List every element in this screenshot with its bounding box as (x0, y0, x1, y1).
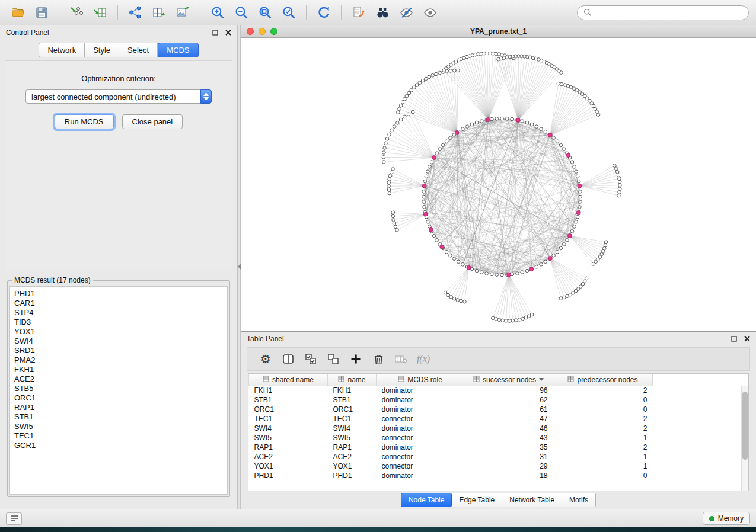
import-table-button[interactable] (90, 3, 111, 22)
table-cell[interactable]: ACE2 (328, 452, 377, 462)
tab-network-table[interactable]: Network Table (502, 493, 562, 507)
table-cell[interactable]: SWI4 (249, 424, 328, 433)
function-builder-button[interactable]: f(x) (412, 350, 435, 368)
mcds-result-item[interactable]: TEC1 (14, 431, 223, 441)
export-table-button[interactable] (148, 3, 170, 22)
table-cell[interactable]: 0 (553, 395, 653, 405)
table-cell[interactable]: RAP1 (328, 443, 377, 452)
table-row[interactable]: PHD1PHD1dominator180 (249, 471, 741, 480)
table-cell[interactable]: 43 (464, 433, 553, 443)
tab-network[interactable]: Network (39, 43, 85, 57)
mcds-result-item[interactable]: SRD1 (14, 346, 223, 355)
table-cell[interactable]: PHD1 (328, 471, 377, 480)
delete-column-button[interactable] (367, 350, 390, 368)
table-cell[interactable]: PHD1 (249, 471, 328, 480)
optimization-criterion-select[interactable]: largest connected component (undirected) (25, 89, 212, 104)
mcds-result-item[interactable]: STB5 (14, 384, 223, 393)
table-cell[interactable]: 96 (464, 386, 553, 395)
hide-details-button[interactable] (395, 3, 417, 22)
table-cell[interactable]: SWI5 (328, 433, 377, 443)
mcds-result-item[interactable]: ACE2 (14, 374, 223, 384)
table-cell[interactable]: 1 (553, 452, 653, 462)
zoom-out-button[interactable] (231, 3, 252, 22)
tab-edge-table[interactable]: Edge Table (452, 493, 502, 507)
table-cell[interactable]: RAP1 (249, 443, 328, 452)
export-image-button[interactable] (172, 3, 193, 22)
tab-mcds[interactable]: MCDS (158, 43, 198, 57)
table-cell[interactable]: STB1 (328, 395, 377, 405)
table-vertical-scrollbar[interactable] (741, 386, 748, 491)
table-cell[interactable]: 62 (464, 395, 553, 405)
task-history-button[interactable] (6, 512, 22, 525)
table-cell[interactable]: FKH1 (328, 386, 377, 395)
table-cell[interactable]: ACE2 (249, 452, 328, 462)
table-cell[interactable]: dominator (377, 424, 464, 433)
column-header-successor-nodes[interactable]: successor nodes (464, 374, 553, 386)
table-cell[interactable]: 2 (553, 386, 653, 395)
table-cell[interactable]: dominator (377, 386, 464, 395)
refresh-button[interactable] (313, 3, 334, 22)
table-cell[interactable]: connector (377, 433, 464, 443)
run-mcds-button[interactable]: Run MCDS (55, 114, 114, 129)
column-header-name[interactable]: name (328, 374, 377, 386)
minimize-window-icon[interactable] (259, 28, 266, 35)
table-cell[interactable]: 61 (464, 405, 553, 414)
table-cell[interactable]: STB1 (249, 395, 328, 405)
column-header-predecessor-nodes[interactable]: predecessor nodes (553, 374, 653, 386)
table-cell[interactable]: dominator (377, 443, 464, 452)
float-window-icon[interactable] (212, 30, 218, 36)
column-header-shared-name[interactable]: shared name (249, 374, 328, 386)
mcds-result-item[interactable]: SWI4 (14, 336, 223, 346)
column-visibility-button[interactable] (277, 350, 299, 368)
tab-style[interactable]: Style (85, 43, 119, 57)
network-graph[interactable] (241, 38, 756, 331)
table-cell[interactable]: 46 (464, 424, 553, 433)
table-cell[interactable]: 2 (553, 414, 653, 424)
table-row[interactable]: ORC1ORC1dominator610 (249, 405, 741, 414)
table-cell[interactable]: TEC1 (249, 414, 328, 424)
table-cell[interactable]: 47 (464, 414, 553, 424)
table-cell[interactable]: 35 (464, 443, 553, 452)
table-cell[interactable]: 18 (464, 471, 553, 480)
table-cell[interactable]: connector (377, 414, 464, 424)
table-row[interactable]: TEC1TEC1connector472 (249, 414, 741, 424)
network-canvas[interactable] (241, 38, 756, 331)
tab-node-table[interactable]: Node Table (401, 493, 452, 507)
table-cell[interactable]: 1 (553, 462, 653, 471)
mcds-result-item[interactable]: TID3 (14, 318, 223, 327)
table-cell[interactable]: dominator (377, 471, 464, 480)
table-cell[interactable]: 1 (553, 433, 653, 443)
column-header-mcds-role[interactable]: MCDS role (377, 374, 464, 386)
table-row[interactable]: STB1STB1dominator620 (249, 395, 741, 405)
close-panel-button[interactable]: Close panel (122, 114, 183, 129)
mcds-result-item[interactable]: RAP1 (14, 403, 223, 412)
table-cell[interactable]: 2 (553, 424, 653, 433)
mcds-result-item[interactable]: CAR1 (14, 299, 223, 308)
table-row[interactable]: SWI5SWI5connector431 (249, 433, 741, 443)
table-cell[interactable]: 0 (553, 471, 653, 480)
import-network-button[interactable] (66, 3, 87, 22)
table-cell[interactable]: connector (377, 452, 464, 462)
export-network-button[interactable] (125, 3, 146, 22)
mcds-result-item[interactable]: PHD1 (14, 289, 223, 299)
maximize-window-icon[interactable] (270, 28, 277, 35)
table-cell[interactable]: ORC1 (328, 405, 377, 414)
mcds-result-item[interactable]: ORC1 (14, 393, 223, 403)
table-cell[interactable]: FKH1 (249, 386, 328, 395)
table-row[interactable]: RAP1RAP1dominator352 (249, 443, 741, 452)
tab-select[interactable]: Select (119, 43, 158, 57)
mcds-result-item[interactable]: GCR1 (14, 441, 223, 450)
table-cell[interactable]: connector (377, 462, 464, 471)
search-input[interactable] (595, 8, 742, 17)
table-row[interactable]: SWI4SWI4dominator462 (249, 424, 741, 433)
table-cell[interactable]: 2 (553, 443, 653, 452)
open-file-button[interactable] (7, 3, 28, 22)
zoom-fit-button[interactable] (254, 3, 276, 22)
mcds-result-item[interactable]: PMA2 (14, 355, 223, 365)
table-cell[interactable]: YOX1 (328, 462, 377, 471)
mcds-result-item[interactable]: FKH1 (14, 365, 223, 374)
tab-motifs[interactable]: Motifs (562, 493, 596, 507)
table-settings-button[interactable]: ⚙ (254, 350, 277, 368)
table-cell[interactable]: 0 (553, 405, 653, 414)
table-cell[interactable]: YOX1 (249, 462, 328, 471)
